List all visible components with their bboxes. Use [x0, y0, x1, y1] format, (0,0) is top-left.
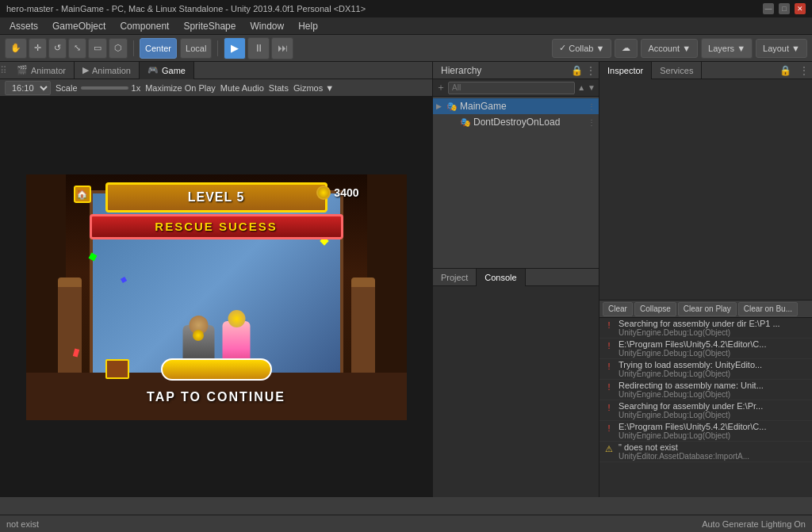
inspector-tabbar: Inspector Services 🔒 ⋮ — [599, 62, 812, 79]
log-line2-1: UnityEngine.Debug:Log(Object) — [619, 349, 809, 358]
hierarchy-more-icon[interactable]: ⋮ — [586, 65, 596, 76]
tab-animation[interactable]: ▶ Animation — [75, 62, 140, 79]
log-line2-5: UnityEngine.Debug:Log(Object) — [619, 431, 809, 440]
stats-button[interactable]: Stats — [269, 83, 289, 93]
tab-game[interactable]: 🎮 Game — [140, 62, 194, 79]
error-icon-1: ! — [603, 339, 615, 352]
tab-animator[interactable]: 🎬 Animator — [9, 62, 75, 79]
maximize-button[interactable]: □ — [779, 3, 790, 14]
close-button[interactable]: ✕ — [795, 3, 806, 14]
hierarchy-icons: 🔒 ⋮ — [571, 65, 596, 76]
tab-console[interactable]: Console — [477, 269, 525, 286]
log-entry-6[interactable]: ⚠ " does not exist UnityEditor.AssetData… — [599, 442, 812, 462]
animator-icon: 🎬 — [17, 65, 28, 75]
status-right: Auto Generate Lighting On — [702, 519, 806, 529]
mute-audio-button[interactable]: Mute Audio — [220, 83, 264, 93]
main-toolbar: ✋ ✛ ↺ ⤡ ▭ ⬡ Center Local ▶ ⏸ ⏭ ✓ Collab … — [0, 35, 812, 62]
menu-help[interactable]: Help — [292, 19, 324, 33]
log-text-2: Trying to load assembly: UnityEdito... U… — [619, 360, 809, 378]
hierarchy-item-dontdestroy[interactable]: 🎭 DontDestroyOnLoad ⋮ — [433, 114, 599, 130]
tool-transform[interactable]: ⬡ — [109, 38, 128, 59]
log-text-1: E:\Program Files\Unity5.4.2\Editor\C... … — [619, 339, 809, 358]
play-button[interactable]: ▶ — [224, 37, 246, 59]
transform-tools: ✋ ✛ ↺ ⤡ ▭ ⬡ — [5, 38, 128, 59]
menu-component[interactable]: Component — [113, 19, 175, 33]
project-files-area — [433, 286, 599, 497]
inspector-more-icon[interactable]: ⋮ — [796, 65, 812, 76]
warn-icon-6: ⚠ — [603, 442, 615, 455]
game-toolbar: 16:10 Scale 1x Maximize On Play Mute Aud… — [0, 79, 432, 97]
separator-2 — [217, 40, 218, 56]
gameobject-icon-dontdestroy: 🎭 — [460, 117, 471, 128]
hierarchy-add-icon[interactable]: ＋ — [436, 81, 446, 94]
layout-button[interactable]: Layout ▼ — [756, 39, 807, 58]
coin-count: 3400 — [334, 186, 358, 199]
tool-scale[interactable]: ⤡ — [68, 38, 86, 59]
log-entry-4[interactable]: ! Searching for assembly under E:\Pr... … — [599, 400, 812, 421]
tap-to-continue: TAP TO CONTINUE — [147, 390, 285, 404]
error-icon-4: ! — [603, 401, 615, 414]
hierarchy-title: Hierarchy — [436, 65, 486, 76]
menu-window[interactable]: Window — [243, 19, 290, 33]
log-entry-3[interactable]: ! Redirecting to assembly name: Unit... … — [599, 380, 812, 400]
gizmos-button[interactable]: Gizmos ▼ — [293, 83, 334, 93]
log-line1-1: E:\Program Files\Unity5.4.2\Editor\C... — [619, 339, 809, 349]
window-title: hero-master - MainGame - PC, Mac & Linux… — [6, 4, 366, 13]
right-column: Inspector Services 🔒 ⋮ Clear Collapse Cl… — [599, 62, 812, 497]
dontdestroy-dots[interactable]: ⋮ — [588, 118, 596, 127]
panel-drag-handle[interactable]: ⠿ — [0, 65, 7, 76]
account-dropdown[interactable]: Account ▼ — [641, 39, 698, 58]
tab-services[interactable]: Services — [652, 62, 702, 79]
project-console-panel-left: Project Console — [433, 268, 599, 497]
tool-rect[interactable]: ▭ — [88, 38, 107, 59]
maximize-on-play-button[interactable]: Maximize On Play — [145, 83, 216, 93]
maingame-dots[interactable]: ⋮ — [588, 102, 596, 111]
log-line2-0: UnityEngine.Debug:Log(Object) — [619, 328, 809, 337]
layers-button[interactable]: Layers ▼ — [701, 38, 753, 59]
aspect-ratio-select[interactable]: 16:10 — [5, 81, 51, 95]
collab-button[interactable]: ✓ Collab ▼ — [552, 39, 611, 58]
log-entry-1[interactable]: ! E:\Program Files\Unity5.4.2\Editor\C..… — [599, 339, 812, 359]
coin-button[interactable] — [161, 358, 272, 381]
inspector-panel: Inspector Services 🔒 ⋮ — [599, 62, 812, 300]
step-button[interactable]: ⏭ — [271, 37, 293, 59]
status-left: not exist — [6, 519, 39, 529]
menu-gameobject[interactable]: GameObject — [46, 19, 112, 33]
hierarchy-scroll-down[interactable]: ▼ — [588, 83, 596, 92]
hierarchy-scroll-up[interactable]: ▲ — [577, 83, 585, 92]
log-entry-0[interactable]: ! Searching for assembly under dir E:\P1… — [599, 318, 812, 339]
menu-spriteshape[interactable]: SpriteShape — [177, 19, 242, 33]
minimize-button[interactable]: — — [763, 3, 774, 14]
inspector-lock-icon[interactable]: 🔒 — [775, 65, 796, 76]
game-tab-icon: 🎮 — [147, 65, 159, 75]
collapse-button[interactable]: Collapse — [634, 302, 676, 316]
pause-button[interactable]: ⏸ — [247, 37, 270, 59]
toolbar-right: ✓ Collab ▼ ☁ Account ▼ Layers ▼ Layout ▼ — [552, 38, 807, 59]
hierarchy-item-maingame[interactable]: ▶ 🎭 MainGame ⋮ — [433, 98, 599, 114]
log-line2-6: UnityEditor.AssetDatabase:ImportA... — [619, 452, 809, 461]
local-toggle[interactable]: Local — [180, 38, 212, 59]
console-log-area: ! Searching for assembly under dir E:\P1… — [599, 318, 812, 497]
tab-project[interactable]: Project — [433, 269, 477, 286]
clear-on-play-button[interactable]: Clear on Play — [678, 302, 737, 316]
pillar-right — [351, 277, 375, 381]
tool-rotate[interactable]: ↺ — [48, 38, 67, 59]
hierarchy-tabbar: Hierarchy 🔒 ⋮ — [433, 62, 599, 79]
tool-move[interactable]: ✛ — [29, 38, 47, 59]
tool-hand[interactable]: ✋ — [5, 38, 27, 59]
scale-slider[interactable] — [81, 86, 128, 90]
hierarchy-search[interactable] — [448, 82, 575, 94]
log-entry-5[interactable]: ! E:\Program Files\Unity5.4.2\Editor\C..… — [599, 421, 812, 442]
window-controls[interactable]: — □ ✕ — [763, 3, 806, 14]
log-entry-2[interactable]: ! Trying to load assembly: UnityEdito...… — [599, 359, 812, 380]
tab-inspector[interactable]: Inspector — [599, 62, 652, 79]
middle-column: Hierarchy 🔒 ⋮ ＋ ▲ ▼ ▶ 🎭 MainGame ⋮ — [433, 62, 599, 497]
clear-button[interactable]: Clear — [603, 302, 633, 316]
log-line1-5: E:\Program Files\Unity5.4.2\Editor\C... — [619, 422, 809, 431]
account-button[interactable]: ☁ — [615, 39, 638, 58]
menu-assets[interactable]: Assets — [3, 19, 44, 33]
center-toggle[interactable]: Center — [140, 38, 177, 59]
main-content: ⠿ 🎬 Animator ▶ Animation 🎮 Game 16:10 Sc… — [0, 62, 812, 497]
clear-on-build-button[interactable]: Clear on Bu... — [738, 302, 798, 316]
hierarchy-lock-icon[interactable]: 🔒 — [571, 65, 583, 76]
